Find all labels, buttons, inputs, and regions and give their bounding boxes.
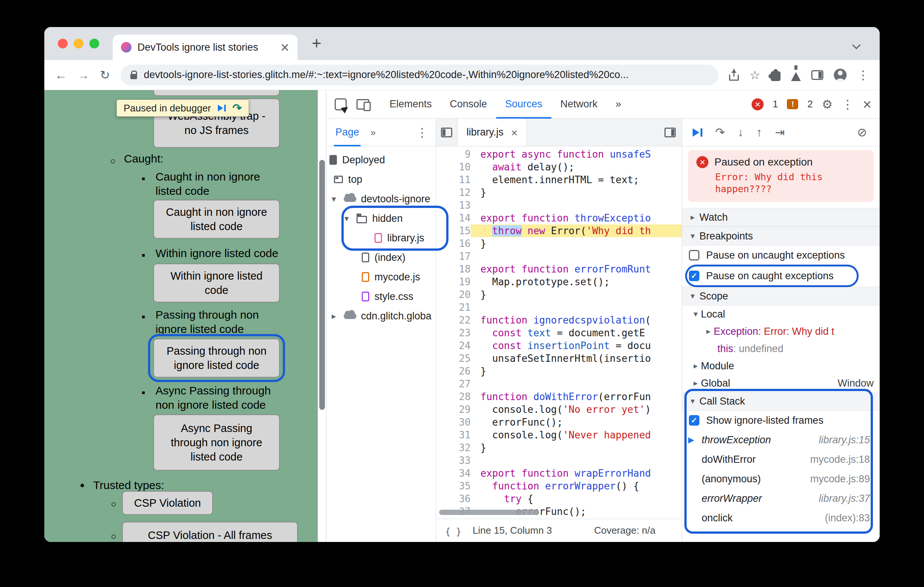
tree-item-index[interactable]: (index) (327, 248, 436, 267)
tree-item-library-js[interactable]: library.js (327, 228, 436, 248)
pause-uncaught-checkbox[interactable] (689, 250, 700, 260)
side-panel-icon[interactable] (811, 70, 823, 80)
lock-icon[interactable] (130, 74, 137, 79)
line-number[interactable]: 26 (436, 365, 471, 378)
tree-item-cdn-glitch[interactable]: cdn.glitch.globa (327, 306, 436, 326)
error-count-icon[interactable] (752, 98, 764, 110)
line-number[interactable]: 20 (436, 288, 471, 301)
code-text[interactable]: await delay(); (471, 161, 682, 173)
reload-button[interactable] (100, 69, 110, 81)
line-number[interactable]: 28 (436, 390, 471, 403)
code-text[interactable] (471, 199, 682, 212)
line-number[interactable]: 32 (436, 441, 471, 454)
code-text[interactable]: const insertionPoint = docu (471, 339, 682, 352)
resume-script-icon[interactable] (693, 128, 702, 136)
hide-navigator-icon[interactable] (436, 118, 457, 146)
devtools-close-icon[interactable] (863, 97, 871, 112)
minimize-window-button[interactable] (74, 39, 83, 48)
line-number[interactable]: 22 (436, 314, 471, 327)
stack-frame-onclick[interactable]: onclick (index):83 (682, 508, 879, 528)
tree-item-mycode-js[interactable]: mycode.js (327, 267, 436, 287)
within-button[interactable]: Within ignore listed code (153, 263, 280, 303)
tree-item-devtools-ignore[interactable]: devtools-ignore (327, 189, 436, 209)
pause-caught-row[interactable]: Pause on caught exceptions (682, 266, 879, 286)
browser-menu-icon[interactable] (857, 69, 869, 81)
code-text[interactable]: Map.prototype.set(); (471, 276, 682, 288)
horizontal-scrollbar[interactable] (439, 510, 539, 515)
code-text[interactable]: export function errorFromRunt (471, 263, 682, 276)
close-window-button[interactable] (58, 39, 68, 48)
device-toolbar-icon[interactable] (356, 99, 369, 110)
chevron-right-icon[interactable] (332, 311, 344, 321)
line-number[interactable]: 24 (436, 339, 471, 352)
breakpoints-section-header[interactable]: Breakpoints (682, 227, 879, 245)
code-text[interactable]: function errorWrapper() { (471, 480, 682, 492)
line-number[interactable]: 15 (436, 224, 471, 237)
code-text[interactable]: } (471, 441, 682, 454)
line-number[interactable]: 12 (436, 186, 471, 199)
line-number[interactable]: 29 (436, 403, 471, 416)
settings-gear-icon[interactable] (822, 98, 833, 110)
forward-button[interactable] (78, 69, 89, 81)
pause-uncaught-row[interactable]: Pause on uncaught exceptions (682, 245, 879, 265)
code-text[interactable]: console.log('Never happened (471, 429, 682, 441)
stack-frame-throwException[interactable]: throwException library.js:15 (682, 430, 879, 450)
code-text[interactable]: function doWithError(errorFun (471, 390, 682, 403)
new-tab-button[interactable]: + (312, 34, 322, 53)
scope-exception-row[interactable]: Exception: Error: Why did t (682, 323, 879, 340)
page-scrollbar[interactable] (319, 160, 325, 410)
editor-tab-library-js[interactable]: library.js (457, 118, 527, 146)
code-text[interactable]: export function wrapErrorHand (471, 467, 682, 480)
inspect-element-icon[interactable] (335, 98, 346, 110)
async-button[interactable]: Async Passing through non ignore listed … (153, 414, 280, 471)
call-stack-header[interactable]: Call Stack (682, 392, 879, 411)
chevron-down-icon[interactable] (345, 214, 356, 224)
code-text[interactable]: const text = document.getE (471, 327, 682, 339)
watch-section-header[interactable]: Watch (682, 208, 879, 227)
resume-icon[interactable] (218, 105, 226, 112)
tab-network[interactable]: Network (551, 90, 607, 118)
line-number[interactable]: 17 (436, 250, 471, 263)
code-text[interactable]: } (471, 365, 682, 378)
line-number[interactable]: 9 (436, 148, 471, 161)
profile-avatar[interactable] (834, 69, 846, 81)
code-text[interactable]: console.log('No error yet') (471, 403, 682, 416)
caught-button[interactable]: Caught in non ignore listed code (153, 200, 280, 239)
line-number[interactable]: 16 (436, 237, 471, 250)
tab-elements[interactable]: Elements (381, 90, 441, 118)
line-number[interactable]: 36 (436, 492, 471, 505)
stack-frame-doWithError[interactable]: doWithError mycode.js:18 (682, 450, 879, 469)
show-ignore-listed-row[interactable]: Show ignore-listed frames (682, 411, 879, 430)
line-number[interactable]: 13 (436, 199, 471, 212)
tab-close-icon[interactable] (280, 40, 289, 55)
line-number[interactable]: 10 (436, 161, 471, 173)
step-over-icon[interactable] (233, 102, 242, 114)
deactivate-breakpoints-icon[interactable] (857, 127, 867, 138)
chevron-down-icon[interactable] (332, 194, 344, 204)
step-out-icon[interactable] (756, 127, 762, 138)
tree-item-style-css[interactable]: style.css (327, 287, 436, 306)
show-debugger-icon[interactable] (665, 118, 682, 146)
code-text[interactable]: try { (471, 492, 682, 505)
passing-button[interactable]: Passing through non ignore listed code (153, 339, 280, 378)
code-text[interactable] (471, 378, 682, 390)
code-text[interactable]: export function throwExceptio (471, 212, 682, 224)
csp-violation-button[interactable]: CSP Violation (122, 491, 213, 515)
scope-global-row[interactable]: Global Window (682, 375, 879, 392)
line-number[interactable]: 33 (436, 454, 471, 467)
code-text[interactable]: unsafeSetInnerHtml(insertio (471, 352, 682, 365)
url-text[interactable]: devtools-ignore-list-stories.glitch.me/#… (144, 69, 629, 81)
stack-frame-errorWrapper[interactable]: errorWrapper library.js:37 (682, 489, 879, 508)
code-text[interactable] (471, 250, 682, 263)
line-number[interactable]: 19 (436, 276, 471, 288)
code-text[interactable]: function ignoredcspviolation( (471, 314, 682, 327)
code-text[interactable] (471, 301, 682, 314)
line-number[interactable]: 11 (436, 173, 471, 186)
address-bar[interactable]: devtools-ignore-list-stories.glitch.me/#… (120, 64, 719, 86)
code-text[interactable]: element.innerHTML = text; (471, 173, 682, 186)
pause-caught-checkbox[interactable] (689, 271, 700, 281)
line-number[interactable]: 34 (436, 467, 471, 480)
editor-tab-close-icon[interactable] (511, 127, 518, 138)
code-text[interactable]: export async function unsafeS (471, 148, 682, 161)
scope-section-header[interactable]: Scope (682, 287, 879, 306)
